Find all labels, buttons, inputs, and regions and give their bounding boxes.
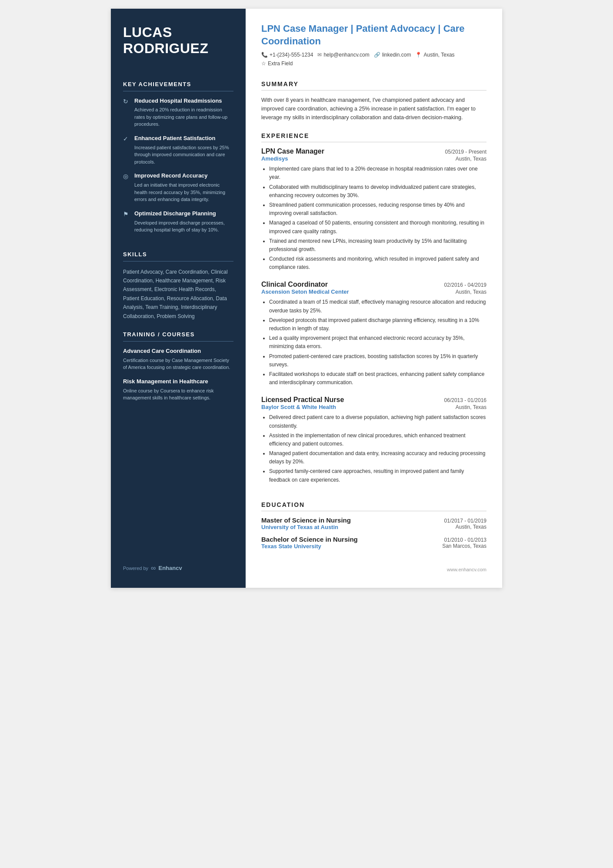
achievements-section-title: KEY ACHIEVEMENTS xyxy=(123,81,233,87)
training-section-title: TRAINING / COURSES xyxy=(123,331,233,338)
location-text: Austin, Texas xyxy=(423,52,454,58)
email-address: help@enhancv.com xyxy=(323,52,369,58)
exp-bullet-1-4: Managed a caseload of 50 patients, ensur… xyxy=(269,219,486,235)
exp-bullet-2-4: Promoted patient-centered care practices… xyxy=(269,352,486,369)
contact-location: 📍 Austin, Texas xyxy=(415,52,454,58)
linkedin-icon: 🔗 xyxy=(374,52,380,58)
exp-bullet-2-1: Coordinated a team of 15 medical staff, … xyxy=(269,298,486,315)
exp-dates-2: 02/2016 - 04/2019 xyxy=(444,282,486,288)
edu-location-1: Austin, Texas xyxy=(456,524,486,530)
exp-bullet-3-4: Supported family-centered care approache… xyxy=(269,467,486,484)
location-icon: 📍 xyxy=(415,52,422,58)
achievement-title-4: Optimized Discharge Planning xyxy=(134,210,233,218)
contact-phone: 📞 +1-(234)-555-1234 xyxy=(261,52,313,58)
training-item-2: Risk Management in Healthcare Online cou… xyxy=(123,378,233,402)
infinity-icon: ∞ xyxy=(151,564,156,572)
exp-bullet-2-2: Developed protocols that improved patien… xyxy=(269,316,486,333)
education-divider xyxy=(261,511,486,511)
achievement-title-1: Reduced Hospital Readmissions xyxy=(134,97,233,105)
exp-location-1: Austin, Texas xyxy=(456,156,486,162)
edu-degree-1: Master of Science in Nursing xyxy=(261,516,351,524)
contact-row: 📞 +1-(234)-555-1234 ✉ help@enhancv.com 🔗… xyxy=(261,52,486,58)
summary-divider xyxy=(261,90,486,90)
edu-dates-1: 01/2017 - 01/2019 xyxy=(444,518,486,524)
achievement-item-1: ↻ Reduced Hospital Readmissions Achieved… xyxy=(123,97,233,128)
skills-text: Patient Advocacy, Care Coordination, Cli… xyxy=(123,268,233,321)
exp-job-title-3: Licensed Practical Nurse xyxy=(261,396,344,404)
exp-job-title-2: Clinical Coordinator xyxy=(261,281,328,288)
achievement-icon-4: ⚑ xyxy=(123,211,131,234)
exp-bullet-1-6: Conducted risk assessments and monitorin… xyxy=(269,255,486,271)
edu-school-2: Texas State University xyxy=(261,543,321,550)
achievements-divider xyxy=(123,91,233,91)
edu-location-2: San Marcos, Texas xyxy=(442,543,486,549)
contact-linkedin: 🔗 linkedin.com xyxy=(374,52,411,58)
achievement-icon-2: ✓ xyxy=(123,135,131,165)
exp-location-3: Austin, Texas xyxy=(456,404,486,410)
exp-company-1: Amedisys xyxy=(261,155,288,162)
edu-degree-2: Bachelor of Science in Nursing xyxy=(261,536,358,543)
achievement-desc-3: Led an initiative that improved electron… xyxy=(134,181,233,203)
exp-company-2: Ascension Seton Medical Center xyxy=(261,288,349,295)
exp-bullet-1-3: Streamlined patient communication proces… xyxy=(269,201,486,218)
training-item-1: Advanced Care Coordination Certification… xyxy=(123,348,233,371)
exp-bullet-2-5: Facilitated workshops to educate staff o… xyxy=(269,370,486,387)
education-item-1: Master of Science in Nursing 01/2017 - 0… xyxy=(261,516,486,530)
edu-dates-2: 01/2010 - 01/2013 xyxy=(444,537,486,543)
exp-job-title-1: LPN Case Manager xyxy=(261,147,324,155)
email-icon: ✉ xyxy=(317,52,322,58)
skills-divider xyxy=(123,261,233,261)
experience-item-3: Licensed Practical Nurse 06/2013 - 01/20… xyxy=(261,396,486,486)
summary-text: With over 8 years in healthcare manageme… xyxy=(261,96,486,122)
experience-section-title: EXPERIENCE xyxy=(261,132,486,139)
exp-bullet-3-2: Assisted in the implementation of new cl… xyxy=(269,432,486,448)
exp-bullet-1-1: Implemented care plans that led to a 20%… xyxy=(269,165,486,181)
linkedin-url: linkedin.com xyxy=(382,52,411,58)
training-desc-1: Certification course by Case Management … xyxy=(123,357,233,371)
achievement-desc-1: Achieved a 20% reduction in readmission … xyxy=(134,106,233,128)
experience-item-1: LPN Case Manager 05/2019 - Present Amedi… xyxy=(261,147,486,273)
education-section-title: EDUCATION xyxy=(261,501,486,508)
footer-powered: Powered by ∞ Enhancv xyxy=(123,550,233,572)
training-divider xyxy=(123,341,233,342)
achievement-title-2: Enhanced Patient Satisfaction xyxy=(134,135,233,142)
achievement-item-3: ◎ Improved Record Accuracy Led an initia… xyxy=(123,172,233,203)
education-item-2: Bachelor of Science in Nursing 01/2010 -… xyxy=(261,536,486,550)
training-title-2: Risk Management in Healthcare xyxy=(123,378,233,385)
achievement-item-4: ⚑ Optimized Discharge Planning Developed… xyxy=(123,210,233,234)
achievement-desc-2: Increased patient satisfaction scores by… xyxy=(134,144,233,166)
exp-dates-3: 06/2013 - 01/2016 xyxy=(444,397,486,403)
training-title-1: Advanced Care Coordination xyxy=(123,348,233,355)
contact-email: ✉ help@enhancv.com xyxy=(317,52,369,58)
star-icon: ☆ xyxy=(261,60,266,67)
training-desc-2: Online course by Coursera to enhance ris… xyxy=(123,387,233,402)
candidate-name: LUCASRODRIGUEZ xyxy=(123,24,233,57)
job-title-header: LPN Case Manager | Patient Advocacy | Ca… xyxy=(261,23,486,47)
main-content: LPN Case Manager | Patient Advocacy | Ca… xyxy=(246,9,502,588)
skills-section-title: SKILLS xyxy=(123,251,233,258)
exp-location-2: Austin, Texas xyxy=(456,289,486,295)
achievement-icon-3: ◎ xyxy=(123,173,131,203)
exp-company-3: Baylor Scott & White Health xyxy=(261,404,336,410)
experience-item-2: Clinical Coordinator 02/2016 - 04/2019 A… xyxy=(261,281,486,388)
achievement-title-3: Improved Record Accuracy xyxy=(134,172,233,180)
exp-bullet-1-5: Trained and mentored new LPNs, increasin… xyxy=(269,237,486,254)
exp-bullets-1: Implemented care plans that led to a 20%… xyxy=(268,165,486,271)
sidebar: LUCASRODRIGUEZ KEY ACHIEVEMENTS ↻ Reduce… xyxy=(111,9,246,588)
exp-bullet-3-3: Managed patient documentation and data e… xyxy=(269,449,486,466)
achievement-icon-1: ↻ xyxy=(123,98,131,128)
exp-bullet-2-3: Led a quality improvement project that e… xyxy=(269,334,486,351)
achievement-item-2: ✓ Enhanced Patient Satisfaction Increase… xyxy=(123,135,233,165)
resume-container: LUCASRODRIGUEZ KEY ACHIEVEMENTS ↻ Reduce… xyxy=(111,9,502,588)
phone-number: +1-(234)-555-1234 xyxy=(270,52,313,58)
exp-dates-1: 05/2019 - Present xyxy=(445,149,486,155)
achievement-desc-4: Developed improved discharge processes, … xyxy=(134,219,233,234)
extra-field-row: ☆ Extra Field xyxy=(261,60,486,67)
extra-field-label: Extra Field xyxy=(268,60,293,67)
powered-by-label: Powered by xyxy=(123,566,148,571)
main-footer: www.enhancv.com xyxy=(261,555,486,572)
exp-bullet-3-1: Delivered direct patient care to a diver… xyxy=(269,413,486,430)
experience-divider xyxy=(261,142,486,142)
exp-bullets-3: Delivered direct patient care to a diver… xyxy=(268,413,486,484)
edu-school-1: University of Texas at Austin xyxy=(261,524,338,530)
